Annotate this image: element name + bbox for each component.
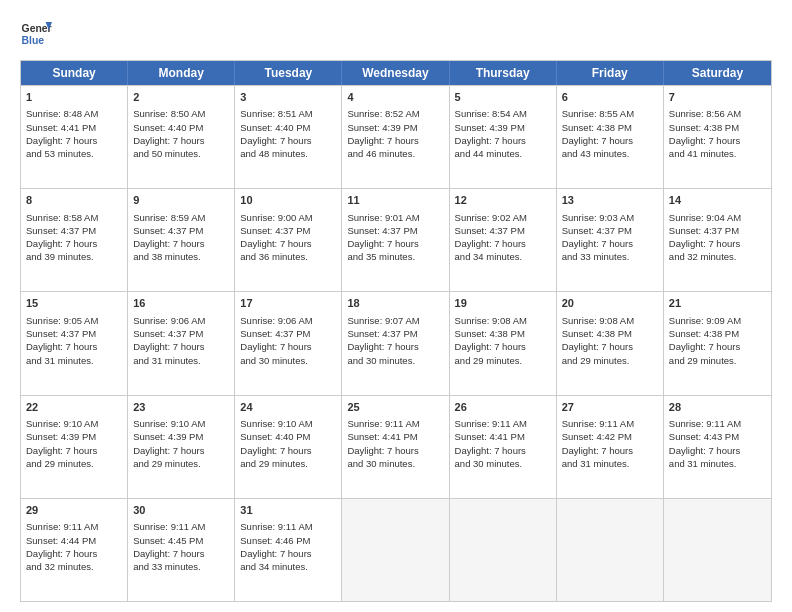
day-cell-7: 7Sunrise: 8:56 AMSunset: 4:38 PMDaylight… <box>664 86 771 188</box>
week-row-3: 15Sunrise: 9:05 AMSunset: 4:37 PMDayligh… <box>21 291 771 394</box>
day-info-line: and 53 minutes. <box>26 147 122 160</box>
day-info-line: Sunrise: 9:11 AM <box>347 417 443 430</box>
day-info-line: Daylight: 7 hours <box>240 547 336 560</box>
page: General Blue SundayMondayTuesdayWednesda… <box>0 0 792 612</box>
header-day-monday: Monday <box>128 61 235 85</box>
day-info-line: Sunrise: 9:11 AM <box>562 417 658 430</box>
day-info-line: Sunset: 4:40 PM <box>240 121 336 134</box>
day-number: 19 <box>455 296 551 311</box>
day-info-line: Daylight: 7 hours <box>669 237 766 250</box>
day-number: 2 <box>133 90 229 105</box>
day-info-line: Sunset: 4:37 PM <box>26 224 122 237</box>
day-number: 20 <box>562 296 658 311</box>
day-cell-4: 4Sunrise: 8:52 AMSunset: 4:39 PMDaylight… <box>342 86 449 188</box>
header-day-friday: Friday <box>557 61 664 85</box>
day-info-line: Sunset: 4:37 PM <box>133 224 229 237</box>
day-info-line: Daylight: 7 hours <box>347 340 443 353</box>
day-cell-29: 29Sunrise: 9:11 AMSunset: 4:44 PMDayligh… <box>21 499 128 601</box>
empty-cell <box>664 499 771 601</box>
day-info-line: Sunset: 4:40 PM <box>133 121 229 134</box>
day-info-line: Sunset: 4:39 PM <box>133 430 229 443</box>
day-info-line: Sunrise: 9:00 AM <box>240 211 336 224</box>
day-info-line: Sunset: 4:37 PM <box>562 224 658 237</box>
day-info-line: Daylight: 7 hours <box>455 134 551 147</box>
day-info-line: and 31 minutes. <box>669 457 766 470</box>
day-info-line: Sunset: 4:38 PM <box>562 327 658 340</box>
day-cell-18: 18Sunrise: 9:07 AMSunset: 4:37 PMDayligh… <box>342 292 449 394</box>
week-row-4: 22Sunrise: 9:10 AMSunset: 4:39 PMDayligh… <box>21 395 771 498</box>
week-row-5: 29Sunrise: 9:11 AMSunset: 4:44 PMDayligh… <box>21 498 771 601</box>
day-info-line: Sunrise: 9:09 AM <box>669 314 766 327</box>
day-number: 12 <box>455 193 551 208</box>
day-info-line: Sunset: 4:37 PM <box>26 327 122 340</box>
day-info-line: and 29 minutes. <box>26 457 122 470</box>
day-cell-11: 11Sunrise: 9:01 AMSunset: 4:37 PMDayligh… <box>342 189 449 291</box>
day-info-line: Sunset: 4:46 PM <box>240 534 336 547</box>
day-info-line: Sunset: 4:37 PM <box>347 224 443 237</box>
day-info-line: and 29 minutes. <box>240 457 336 470</box>
day-info-line: Sunrise: 8:58 AM <box>26 211 122 224</box>
day-info-line: Sunrise: 8:55 AM <box>562 107 658 120</box>
day-info-line: Sunrise: 9:01 AM <box>347 211 443 224</box>
day-cell-2: 2Sunrise: 8:50 AMSunset: 4:40 PMDaylight… <box>128 86 235 188</box>
day-info-line: Sunrise: 9:11 AM <box>133 520 229 533</box>
day-info-line: Sunset: 4:37 PM <box>455 224 551 237</box>
calendar-body: 1Sunrise: 8:48 AMSunset: 4:41 PMDaylight… <box>21 85 771 601</box>
day-info-line: Daylight: 7 hours <box>133 444 229 457</box>
day-info-line: and 29 minutes. <box>455 354 551 367</box>
day-info-line: Daylight: 7 hours <box>133 340 229 353</box>
day-info-line: Sunrise: 9:10 AM <box>26 417 122 430</box>
day-info-line: Daylight: 7 hours <box>240 340 336 353</box>
day-info-line: Sunset: 4:37 PM <box>240 224 336 237</box>
day-info-line: and 39 minutes. <box>26 250 122 263</box>
day-info-line: Sunset: 4:38 PM <box>455 327 551 340</box>
day-info-line: Daylight: 7 hours <box>347 237 443 250</box>
day-info-line: Daylight: 7 hours <box>133 547 229 560</box>
day-info-line: Sunrise: 9:10 AM <box>133 417 229 430</box>
day-info-line: Sunrise: 8:54 AM <box>455 107 551 120</box>
day-info-line: Sunset: 4:37 PM <box>240 327 336 340</box>
day-cell-3: 3Sunrise: 8:51 AMSunset: 4:40 PMDaylight… <box>235 86 342 188</box>
header-day-thursday: Thursday <box>450 61 557 85</box>
day-cell-15: 15Sunrise: 9:05 AMSunset: 4:37 PMDayligh… <box>21 292 128 394</box>
day-info-line: and 44 minutes. <box>455 147 551 160</box>
day-info-line: Sunset: 4:38 PM <box>669 327 766 340</box>
day-info-line: Daylight: 7 hours <box>240 134 336 147</box>
day-info-line: Sunrise: 9:02 AM <box>455 211 551 224</box>
day-info-line: Daylight: 7 hours <box>240 237 336 250</box>
header-day-sunday: Sunday <box>21 61 128 85</box>
day-info-line: Sunset: 4:40 PM <box>240 430 336 443</box>
day-info-line: and 30 minutes. <box>347 457 443 470</box>
day-info-line: Sunset: 4:38 PM <box>562 121 658 134</box>
week-row-1: 1Sunrise: 8:48 AMSunset: 4:41 PMDaylight… <box>21 85 771 188</box>
day-info-line: and 48 minutes. <box>240 147 336 160</box>
day-number: 6 <box>562 90 658 105</box>
day-info-line: and 43 minutes. <box>562 147 658 160</box>
day-info-line: and 30 minutes. <box>347 354 443 367</box>
day-info-line: Sunset: 4:41 PM <box>26 121 122 134</box>
day-info-line: and 33 minutes. <box>562 250 658 263</box>
day-info-line: Daylight: 7 hours <box>562 237 658 250</box>
logo-icon: General Blue <box>20 18 52 50</box>
calendar-header-row: SundayMondayTuesdayWednesdayThursdayFrid… <box>21 61 771 85</box>
day-number: 5 <box>455 90 551 105</box>
day-info-line: Sunset: 4:38 PM <box>669 121 766 134</box>
day-info-line: Sunrise: 9:04 AM <box>669 211 766 224</box>
day-info-line: Sunrise: 9:03 AM <box>562 211 658 224</box>
day-info-line: Sunset: 4:39 PM <box>347 121 443 134</box>
day-number: 1 <box>26 90 122 105</box>
empty-cell <box>557 499 664 601</box>
day-info-line: Sunset: 4:42 PM <box>562 430 658 443</box>
logo: General Blue <box>20 18 52 50</box>
day-info-line: Sunrise: 8:51 AM <box>240 107 336 120</box>
day-cell-10: 10Sunrise: 9:00 AMSunset: 4:37 PMDayligh… <box>235 189 342 291</box>
day-number: 11 <box>347 193 443 208</box>
day-info-line: Sunset: 4:44 PM <box>26 534 122 547</box>
day-cell-19: 19Sunrise: 9:08 AMSunset: 4:38 PMDayligh… <box>450 292 557 394</box>
day-info-line: Sunrise: 9:11 AM <box>26 520 122 533</box>
day-cell-5: 5Sunrise: 8:54 AMSunset: 4:39 PMDaylight… <box>450 86 557 188</box>
day-info-line: and 41 minutes. <box>669 147 766 160</box>
week-row-2: 8Sunrise: 8:58 AMSunset: 4:37 PMDaylight… <box>21 188 771 291</box>
day-number: 29 <box>26 503 122 518</box>
day-info-line: Sunset: 4:37 PM <box>133 327 229 340</box>
